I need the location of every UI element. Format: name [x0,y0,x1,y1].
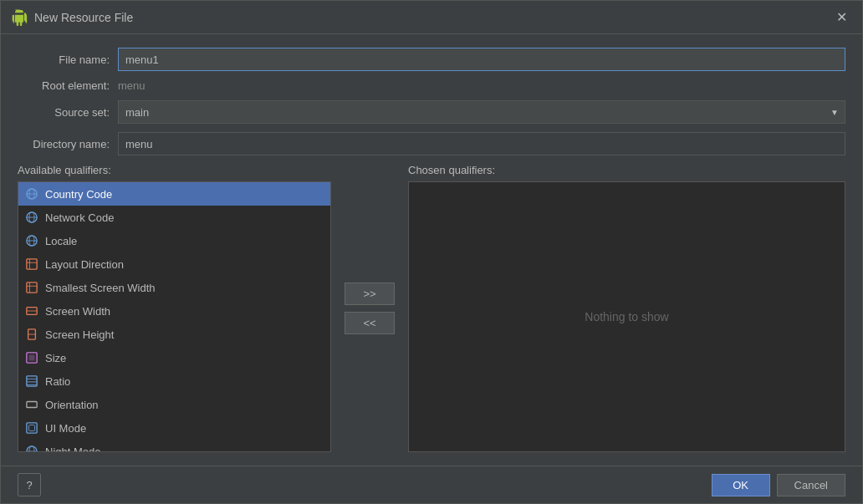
qualifier-label-screen-height: Screen Height [45,328,114,341]
directory-name-input[interactable] [118,132,845,155]
qualifier-item-locale[interactable]: Locale [18,229,330,252]
qualifier-label-country-code: Country Code [45,188,112,201]
middle-buttons-panel: >> << [331,164,408,452]
add-qualifier-button[interactable]: >> [345,283,395,305]
dialog-content: File name: Root element: menu Source set… [1,34,862,466]
size-icon [25,351,38,364]
locale-icon [25,234,38,247]
dialog-footer: ? OK Cancel [1,466,862,503]
network-code-icon [25,211,38,224]
country-code-icon [25,187,38,201]
night-mode-icon [25,445,38,452]
close-button[interactable]: ✕ [831,9,852,26]
qualifier-item-orientation[interactable]: Orientation [18,393,330,416]
qualifier-item-layout-direction[interactable]: Layout Direction [18,252,330,276]
svg-rect-9 [27,259,37,269]
file-name-label: File name: [18,53,110,66]
qualifier-item-country-code[interactable]: Country Code [18,182,330,206]
directory-name-label: Directory name: [18,138,110,150]
qualifier-label-orientation: Orientation [45,399,99,411]
qualifier-label-smallest-screen-width: Smallest Screen Width [45,282,156,294]
qualifier-label-screen-width: Screen Width [45,305,110,318]
qualifier-item-network-code[interactable]: Network Code [18,206,330,229]
source-set-wrapper: main ▼ [118,100,845,124]
new-resource-file-dialog: New Resource File ✕ File name: Root elem… [0,0,863,504]
root-element-label: Root element: [18,79,110,92]
smallest-screen-width-icon [25,281,38,294]
chosen-qualifiers-list: Nothing to show [408,181,845,452]
qualifier-item-screen-width[interactable]: Screen Width [18,299,330,323]
title-bar: New Resource File ✕ [1,1,862,34]
footer-buttons: OK Cancel [712,474,845,496]
svg-rect-12 [27,283,37,293]
nothing-to-show-text: Nothing to show [585,310,668,323]
ok-button[interactable]: OK [712,474,770,496]
available-qualifiers-panel: Available qualifiers: Country Code Netwo… [18,164,331,452]
qualifier-item-night-mode[interactable]: Night Mode [18,440,330,452]
qualifier-label-network-code: Network Code [45,211,114,224]
dialog-title: New Resource File [34,11,133,24]
title-bar-left: New Resource File [11,9,133,26]
source-set-select[interactable]: main [118,100,845,124]
qualifier-label-night-mode: Night Mode [45,445,100,453]
svg-rect-20 [29,355,35,361]
svg-rect-25 [27,402,37,408]
help-button[interactable]: ? [18,473,41,496]
qualifier-label-ratio: Ratio [45,375,70,388]
file-name-input[interactable] [118,48,845,71]
svg-rect-27 [29,425,35,431]
qualifier-label-locale: Locale [45,235,77,247]
root-element-row: Root element: menu [18,79,845,92]
remove-qualifier-button[interactable]: << [345,312,395,334]
chosen-qualifiers-panel: Chosen qualifiers: Nothing to show [408,164,845,452]
qualifiers-section: Available qualifiers: Country Code Netwo… [18,164,845,452]
qualifiers-list[interactable]: Country Code Network Code Locale [18,181,331,452]
layout-direction-icon [25,257,38,271]
qualifier-label-size: Size [45,352,66,364]
file-name-row: File name: [18,48,845,71]
source-set-label: Source set: [18,106,110,119]
qualifier-item-size[interactable]: Size [18,346,330,369]
qualifier-item-smallest-screen-width[interactable]: Smallest Screen Width [18,276,330,299]
svg-rect-26 [27,423,37,433]
chosen-qualifiers-label: Chosen qualifiers: [408,164,845,176]
available-qualifiers-label: Available qualifiers: [18,164,331,176]
qualifier-label-layout-direction: Layout Direction [45,258,124,271]
screen-height-icon [25,328,38,341]
orientation-icon [25,398,38,411]
qualifier-item-ui-mode[interactable]: UI Mode [18,416,330,440]
ui-mode-icon [25,421,38,435]
screen-width-icon [25,304,38,318]
android-icon [11,9,28,26]
directory-name-row: Directory name: [18,132,845,155]
root-element-value: menu [118,79,146,92]
ratio-icon [25,374,38,388]
source-set-row: Source set: main ▼ [18,100,845,124]
qualifier-item-ratio[interactable]: Ratio [18,369,330,393]
cancel-button[interactable]: Cancel [777,474,845,496]
qualifier-label-ui-mode: UI Mode [45,422,86,435]
qualifier-item-screen-height[interactable]: Screen Height [18,323,330,346]
